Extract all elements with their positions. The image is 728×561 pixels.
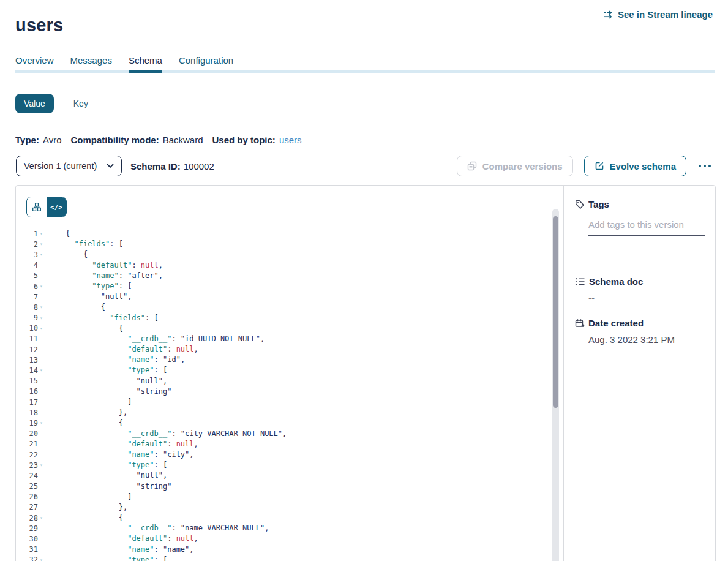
line-number: 23: [16, 461, 38, 470]
compare-versions-label: Compare versions: [482, 161, 563, 171]
code-line: 5 "name": "after",: [16, 271, 550, 281]
schema-source-code: 1▾{2▾ "fields": [3▾ {4 "default": null,5…: [16, 228, 550, 561]
fold-triangle-icon[interactable]: ▾: [38, 460, 45, 470]
type-value: Avro: [43, 135, 62, 145]
compatibility-label: Compatibility mode:: [70, 135, 159, 145]
line-number: 6: [16, 282, 38, 291]
add-tags-input[interactable]: [588, 219, 705, 236]
code-text: {: [45, 302, 105, 312]
tab-overview[interactable]: Overview: [15, 55, 54, 66]
value-tab-button[interactable]: Value: [15, 94, 54, 113]
line-number: 9: [16, 314, 38, 322]
version-actions: Compare versions Evolve schema: [457, 156, 715, 176]
line-number: 5: [16, 271, 38, 280]
tree-view-button[interactable]: [27, 197, 47, 217]
code-line: 19▾ {: [16, 418, 550, 428]
fold-triangle-icon[interactable]: ▾: [38, 313, 45, 323]
code-text: "name": "city",: [45, 450, 194, 460]
line-number: 27: [16, 503, 38, 511]
code-text: "default": null,: [45, 260, 163, 271]
code-line: 29 "__crdb__": "name VARCHAR NULL",: [16, 523, 550, 533]
line-number: 2: [16, 240, 38, 249]
code-line: 10▾ {: [16, 323, 550, 334]
line-number: 30: [16, 535, 38, 543]
line-number: 20: [16, 429, 38, 438]
code-line: 9▾ "fields": [: [16, 313, 550, 323]
fold-triangle-icon[interactable]: ▾: [38, 555, 45, 561]
code-text: "string": [45, 386, 171, 397]
copy-documents-icon: [467, 161, 477, 171]
code-line: 18 },: [16, 407, 550, 418]
code-text: "null",: [45, 470, 167, 481]
line-number: 11: [16, 334, 38, 343]
code-view-button[interactable]: </>: [47, 197, 66, 217]
version-select[interactable]: Version 1 (current): [16, 156, 122, 176]
fold-triangle-icon[interactable]: ▾: [38, 323, 45, 334]
line-number: 19: [16, 419, 38, 427]
compatibility-value: Backward: [163, 135, 203, 145]
fold-triangle-icon[interactable]: ▾: [38, 239, 45, 249]
code-text: "null",: [45, 376, 167, 386]
line-number: 21: [16, 440, 38, 448]
fold-triangle-icon[interactable]: ▾: [38, 249, 45, 260]
type-label: Type:: [15, 135, 39, 145]
line-number: 3: [16, 250, 38, 259]
code-scrollbar-thumb[interactable]: [553, 216, 558, 408]
fold-triangle-icon[interactable]: ▾: [38, 281, 45, 292]
fold-triangle-icon[interactable]: ▾: [38, 418, 45, 428]
code-line: 7 "null",: [16, 292, 550, 302]
used-by-topic-field: Used by topic:users: [212, 135, 302, 145]
code-line: 26 ]: [16, 492, 550, 502]
code-line: 17 ]: [16, 397, 550, 407]
evolve-schema-button[interactable]: Evolve schema: [584, 156, 686, 176]
line-number: 1: [16, 230, 38, 238]
line-number: 25: [16, 482, 38, 491]
schema-doc-value: --: [588, 293, 595, 303]
tag-icon: [575, 200, 585, 209]
version-bar: Version 1 (current) Schema ID:100002 Com…: [16, 156, 715, 176]
type-field: Type:Avro: [15, 135, 61, 145]
compare-versions-button[interactable]: Compare versions: [457, 156, 573, 176]
code-line: 23▾ "type": [: [16, 460, 550, 470]
code-text: "fields": [: [45, 239, 123, 249]
code-text: "null",: [45, 292, 132, 302]
schema-id-label: Schema ID:: [130, 161, 181, 171]
code-line: 12 "default": null,: [16, 344, 550, 355]
schema-id-value: 100002: [184, 161, 214, 171]
code-line: 16 "string": [16, 386, 550, 397]
code-line: 1▾{: [16, 228, 550, 239]
tab-schema[interactable]: Schema: [129, 55, 162, 66]
line-number: 14: [16, 366, 38, 375]
line-number: 24: [16, 472, 38, 480]
horizontal-ellipsis-icon: [699, 165, 701, 167]
code-line: 15 "null",: [16, 376, 550, 386]
tab-messages[interactable]: Messages: [70, 55, 112, 66]
key-tab-button[interactable]: Key: [70, 98, 92, 109]
fold-triangle-icon[interactable]: ▾: [38, 513, 45, 523]
fold-triangle-icon[interactable]: ▾: [38, 365, 45, 375]
line-number: 28: [16, 514, 38, 522]
line-number: 10: [16, 324, 38, 333]
code-brackets-icon: </>: [50, 203, 62, 211]
line-number: 22: [16, 451, 38, 459]
topic-link[interactable]: users: [279, 135, 302, 145]
fold-triangle-icon[interactable]: ▾: [38, 302, 45, 312]
see-in-stream-lineage-link[interactable]: See in Stream lineage: [603, 9, 713, 20]
more-options-button[interactable]: [695, 161, 715, 171]
code-text: "type": [: [45, 281, 132, 292]
line-number: 15: [16, 377, 38, 385]
code-line: 8▾ {: [16, 302, 550, 312]
line-number: 32: [16, 555, 38, 561]
line-number: 17: [16, 398, 38, 407]
fold-triangle-icon[interactable]: ▾: [38, 228, 45, 239]
line-number: 8: [16, 303, 38, 312]
tags-section-header: Tags: [575, 199, 609, 209]
lineage-link-label: See in Stream lineage: [618, 9, 713, 20]
value-key-toggle: Value Key: [15, 94, 92, 113]
code-line: 4 "default": null,: [16, 260, 550, 271]
code-text: {: [45, 249, 88, 260]
tab-configuration[interactable]: Configuration: [179, 55, 233, 66]
schema-details-sidebar: Tags Schema doc --: [564, 186, 715, 561]
line-number: 26: [16, 492, 38, 501]
code-text: },: [45, 502, 127, 513]
